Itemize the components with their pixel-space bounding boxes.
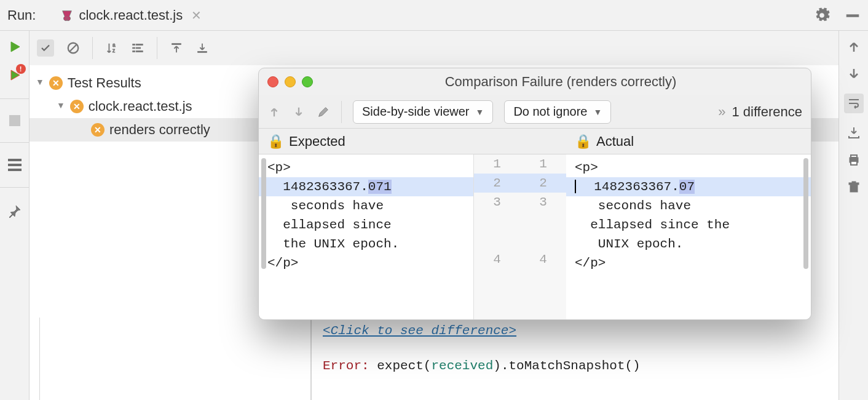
disable-icon[interactable]	[66, 41, 80, 55]
code-line: UNIX epoch.	[566, 234, 811, 254]
check-icon[interactable]	[37, 39, 54, 57]
svg-rect-14	[851, 155, 857, 158]
right-toolbar	[838, 31, 868, 400]
line-num: 2	[474, 174, 520, 193]
tree-file-label: clock.react.test.js	[89, 98, 192, 114]
svg-rect-16	[850, 185, 858, 192]
svg-rect-7	[133, 51, 135, 52]
window-close-icon[interactable]	[267, 76, 278, 87]
svg-rect-0	[846, 14, 859, 16]
console: <Click to see difference> Error: expect(…	[39, 318, 838, 400]
code-line: <p>	[566, 158, 811, 177]
line-num: 4	[474, 250, 520, 269]
svg-rect-11	[172, 44, 181, 45]
export-icon[interactable]	[846, 126, 861, 140]
expand-up-icon[interactable]	[170, 41, 183, 55]
svg-rect-10	[136, 51, 143, 52]
console-text-1: expect(	[369, 359, 432, 373]
svg-rect-12	[198, 52, 207, 53]
lock-icon: 🔒	[267, 134, 284, 150]
dialog-title: Comparison Failure (renders correctly)	[319, 74, 802, 90]
console-text-2: ).toMatchSnapshot()	[493, 359, 640, 373]
line-num: 4	[520, 250, 566, 269]
expand-down-icon[interactable]	[195, 41, 209, 55]
expected-code[interactable]: <p> 1482363367.071 seconds have ellapsed…	[259, 154, 474, 319]
test-toolbar: az	[30, 31, 838, 65]
minimize-icon[interactable]	[845, 7, 861, 23]
svg-rect-6	[133, 47, 135, 49]
dialog-titlebar[interactable]: Comparison Failure (renders correctly)	[259, 68, 811, 95]
line-num: 1	[474, 154, 520, 174]
arrow-down-icon[interactable]	[846, 66, 861, 81]
window-min-icon[interactable]	[285, 76, 296, 87]
received-text: received	[431, 359, 493, 373]
code-line: ellapsed since	[259, 215, 473, 234]
code-line: </p>	[259, 254, 473, 273]
run-label: Run:	[7, 7, 36, 23]
code-line: seconds have	[566, 196, 811, 215]
line-num: 1	[520, 154, 566, 174]
line-num: 2	[520, 174, 566, 193]
collapse-icon[interactable]	[131, 41, 144, 55]
window-max-icon[interactable]	[302, 76, 313, 87]
code-line-diff: 1482363367.07	[566, 177, 811, 196]
line-num: 3	[520, 193, 566, 212]
code-line: the UNIX epoch.	[259, 234, 473, 254]
code-line: <p>	[259, 158, 473, 177]
error-label: Error:	[323, 359, 369, 373]
actual-header: Actual	[596, 134, 634, 150]
pin-icon[interactable]	[7, 204, 22, 218]
svg-line-2	[70, 45, 77, 52]
layout-icon[interactable]	[8, 159, 22, 171]
diff-body: <p> 1482363367.071 seconds have ellapsed…	[259, 154, 811, 319]
code-line: ellapsed since the	[566, 215, 811, 234]
code-line-diff: 1482363367.071	[259, 177, 473, 196]
diff-toolbar: Side-by-side viewer ▼ Do not ignore ▼ » …	[259, 95, 811, 129]
scrollbar[interactable]	[803, 158, 808, 269]
line-num: 3	[474, 193, 520, 212]
left-toolbar: !	[0, 31, 30, 400]
wrap-icon[interactable]	[844, 94, 864, 113]
jest-icon	[60, 9, 74, 22]
svg-rect-9	[136, 47, 140, 49]
sort-icon[interactable]: az	[105, 41, 119, 55]
diff-link[interactable]: <Click to see difference>	[323, 324, 516, 338]
close-icon[interactable]: ✕	[191, 8, 202, 23]
ignore-select[interactable]: Do not ignore ▼	[504, 100, 611, 124]
svg-rect-8	[136, 44, 143, 46]
lock-icon: 🔒	[575, 134, 591, 150]
next-diff-icon[interactable]	[292, 105, 306, 119]
svg-rect-18	[852, 182, 856, 183]
run-icon[interactable]	[7, 39, 22, 54]
diff-dialog: Comparison Failure (renders correctly) S…	[258, 68, 811, 320]
ignore-select-label: Do not ignore	[513, 105, 587, 119]
svg-rect-15	[851, 161, 857, 165]
code-line: seconds have	[259, 196, 473, 215]
diff-count: 1 difference	[732, 104, 802, 120]
file-tab[interactable]: clock.react.test.js ✕	[53, 0, 209, 30]
arrow-up-icon[interactable]	[846, 39, 861, 54]
expected-header: Expected	[289, 134, 345, 150]
rerun-failed-icon[interactable]: !	[7, 68, 22, 82]
svg-text:z: z	[112, 48, 115, 54]
line-numbers: 1 2 3 4 1 2 3 4	[474, 154, 566, 319]
file-tab-label: clock.react.test.js	[79, 7, 183, 23]
trash-icon[interactable]	[846, 180, 861, 194]
stop-icon[interactable]	[9, 115, 20, 126]
more-icon[interactable]: »	[718, 104, 725, 120]
print-icon[interactable]	[846, 153, 861, 167]
prev-diff-icon[interactable]	[267, 105, 281, 119]
svg-rect-5	[133, 44, 135, 46]
tab-bar: Run: clock.react.test.js ✕	[0, 0, 868, 31]
actual-code[interactable]: <p> 1482363367.07 seconds have ellapsed …	[566, 154, 811, 319]
scrollbar[interactable]	[261, 158, 266, 269]
viewer-select[interactable]: Side-by-side viewer ▼	[353, 100, 493, 124]
viewer-select-label: Side-by-side viewer	[362, 105, 470, 119]
tree-test-label: renders correctly	[109, 122, 210, 138]
svg-text:a: a	[112, 42, 116, 48]
edit-icon[interactable]	[317, 105, 330, 119]
gear-icon[interactable]	[814, 7, 830, 23]
tree-root-label: Test Results	[68, 75, 141, 91]
code-line: </p>	[566, 254, 811, 273]
